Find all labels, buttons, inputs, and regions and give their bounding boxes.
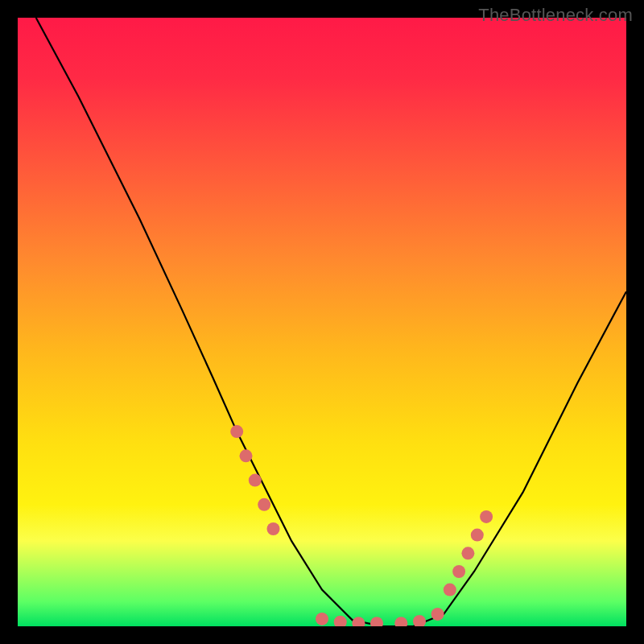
marker-dot [258, 498, 270, 511]
marker-dot [480, 510, 493, 523]
marker-dot [471, 529, 484, 542]
marker-dot [431, 608, 444, 621]
marker-group [230, 425, 493, 626]
marker-dot [413, 615, 426, 626]
marker-dot [230, 425, 243, 438]
marker-dot [267, 522, 280, 535]
plot-area [18, 18, 626, 626]
marker-dot [249, 474, 262, 487]
bottleneck-curve [36, 18, 626, 626]
marker-dot [452, 565, 465, 578]
curve-path [36, 18, 626, 626]
marker-dot [334, 616, 347, 626]
marker-dot [352, 617, 365, 626]
marker-dot [461, 547, 474, 559]
marker-dot [316, 613, 328, 625]
watermark-text: TheBottleneck.com [478, 5, 633, 26]
chart-frame: TheBottleneck.com [0, 0, 644, 644]
marker-dot [394, 617, 407, 626]
marker-dot [240, 449, 253, 462]
marker-dot [370, 617, 383, 626]
marker-dot [444, 584, 456, 597]
chart-svg [18, 18, 626, 626]
